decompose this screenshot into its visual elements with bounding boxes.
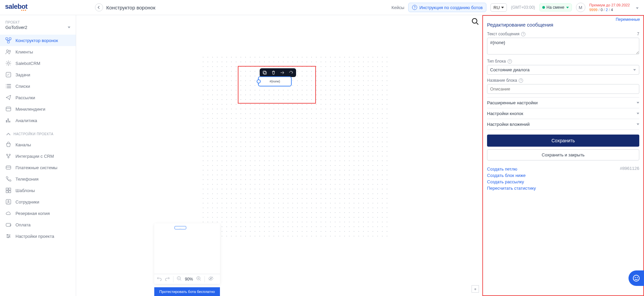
- link-recalc-stats[interactable]: Пересчитать статистику: [487, 185, 536, 191]
- accordion-advanced[interactable]: Расширенные настройки: [487, 97, 639, 108]
- sidebar-item-minilandings[interactable]: Минилендинги: [0, 103, 76, 115]
- save-button[interactable]: Сохранить: [487, 135, 639, 147]
- link-create-loop[interactable]: Создать петлю: [487, 166, 536, 172]
- sidebar-item-templates[interactable]: Шаблоны: [0, 185, 76, 196]
- channels-icon: [5, 142, 11, 148]
- sidebar-item-staff[interactable]: Сотрудники: [0, 196, 76, 208]
- svg-point-12: [8, 157, 9, 158]
- delete-icon[interactable]: [271, 70, 276, 75]
- logo[interactable]: salebot•••: [3, 3, 34, 12]
- timezone: (GMT+03:00): [511, 5, 535, 10]
- sidebar-item-channels[interactable]: Каналы: [0, 139, 76, 150]
- sidebar-item-analytics[interactable]: Аналитика: [0, 115, 76, 126]
- chat-fab[interactable]: [629, 270, 644, 286]
- canvas[interactable]: #{none} … 90% Протестировать бота бе: [76, 15, 482, 296]
- svg-rect-24: [264, 72, 266, 74]
- collapse-sidebar-button[interactable]: [95, 3, 103, 11]
- cases-link[interactable]: Кейсы: [391, 5, 404, 10]
- svg-rect-13: [6, 166, 11, 169]
- tasks-icon: [5, 72, 11, 78]
- help-icon: ?: [412, 5, 417, 10]
- page-icon: [5, 106, 11, 112]
- sidebar-item-broadcasts[interactable]: Рассылки: [0, 92, 76, 103]
- svg-rect-16: [6, 191, 8, 193]
- project-label: ПРОЕКТ: [0, 21, 76, 24]
- test-bot-button[interactable]: Протестировать бота бесплатно: [154, 287, 220, 296]
- svg-rect-4: [7, 41, 9, 43]
- accordion-attachments[interactable]: Настройки вложений: [487, 119, 639, 130]
- help-link[interactable]: ? Инструкция по созданию ботов: [408, 3, 486, 12]
- sidebar-section-settings: НАСТРОЙКИ ПРОЕКТА: [0, 126, 76, 139]
- block-type-select[interactable]: Состояние диалога: [487, 65, 639, 75]
- sidebar-item-payments[interactable]: Платежные системы: [0, 162, 76, 173]
- sidebar-item-funnel-builder[interactable]: Конструктор воронок: [0, 35, 76, 46]
- svg-point-6: [9, 50, 11, 52]
- avatar[interactable]: M: [576, 3, 585, 12]
- accordion-buttons[interactable]: Настройки кнопок: [487, 108, 639, 119]
- svg-point-19: [8, 200, 9, 202]
- grid-icon: [5, 187, 11, 193]
- svg-point-11: [9, 154, 10, 155]
- page-title: Конструктор воронок: [106, 5, 392, 10]
- visibility-icon[interactable]: [208, 276, 214, 282]
- chart-icon: [5, 117, 11, 123]
- sliders-icon: [5, 233, 11, 239]
- svg-point-22: [9, 236, 10, 237]
- link-create-block[interactable]: Создать блок ниже: [487, 172, 536, 179]
- block-id: #8961126: [620, 166, 639, 191]
- account-menu-toggle[interactable]: [634, 5, 641, 10]
- zoom-in-icon[interactable]: [196, 276, 201, 282]
- panel-title: Редактирование сообщения: [487, 22, 639, 28]
- svg-point-10: [6, 154, 8, 155]
- redo-icon[interactable]: [165, 276, 170, 282]
- link-create-broadcast[interactable]: Создать рассылку: [487, 179, 536, 185]
- zoom-out-icon[interactable]: [177, 276, 182, 282]
- svg-point-30: [633, 275, 639, 281]
- sidebar-item-clients[interactable]: Клиенты: [0, 46, 76, 58]
- svg-rect-14: [6, 188, 8, 190]
- sidebar-item-lists[interactable]: Списки: [0, 80, 76, 92]
- help-icon[interactable]: ?: [521, 32, 525, 36]
- chevron-up-icon: [5, 131, 11, 137]
- minimap[interactable]: … 90%: [154, 223, 220, 284]
- flow-node[interactable]: #{none}: [258, 76, 292, 86]
- list-icon: [5, 83, 11, 89]
- sidebar-item-settings[interactable]: Настройки проекта: [0, 230, 76, 242]
- svg-point-23: [8, 237, 9, 238]
- status-dot-icon: [542, 6, 545, 9]
- sidebar-item-integrations[interactable]: Интеграции с CRM: [0, 150, 76, 162]
- help-icon[interactable]: ?: [519, 78, 523, 83]
- message-text-input[interactable]: [487, 38, 639, 54]
- sidebar-item-crm[interactable]: SalebotCRM: [0, 58, 76, 69]
- cloud-icon: [5, 210, 11, 216]
- svg-point-26: [472, 18, 477, 23]
- project-select[interactable]: GoToSver2: [0, 24, 76, 35]
- chevron-down-icon: [501, 7, 504, 8]
- crm-icon: [5, 60, 11, 66]
- sidebar-item-backup[interactable]: Резервная копия: [0, 208, 76, 219]
- canvas-toolbar: 90%: [154, 274, 220, 284]
- minimap-node: …: [174, 226, 186, 229]
- arrow-right-icon[interactable]: [280, 70, 285, 75]
- node-toolbar: [260, 68, 296, 77]
- help-icon[interactable]: ?: [508, 59, 512, 64]
- flow-icon: [5, 37, 11, 43]
- undo-icon[interactable]: [157, 276, 162, 282]
- sidebar-item-telephony[interactable]: Телефония: [0, 173, 76, 185]
- sidebar-item-tasks[interactable]: Задачи: [0, 69, 76, 80]
- sidebar-item-billing[interactable]: Оплата: [0, 219, 76, 230]
- language-select[interactable]: RU: [490, 3, 507, 12]
- search-icon[interactable]: [472, 18, 479, 26]
- add-button[interactable]: +: [472, 285, 479, 293]
- share-icon[interactable]: [289, 70, 293, 75]
- variables-link[interactable]: Переменные: [616, 17, 640, 22]
- char-count: 7: [637, 32, 639, 36]
- svg-point-21: [7, 234, 8, 235]
- integration-icon: [5, 153, 11, 159]
- chevron-down-icon: [566, 7, 569, 8]
- block-name-input[interactable]: [487, 84, 639, 94]
- copy-icon[interactable]: [262, 70, 267, 75]
- card-icon: [5, 164, 11, 171]
- save-close-button[interactable]: Сохранить и закрыть: [487, 149, 639, 160]
- status-badge[interactable]: На смене: [539, 3, 572, 11]
